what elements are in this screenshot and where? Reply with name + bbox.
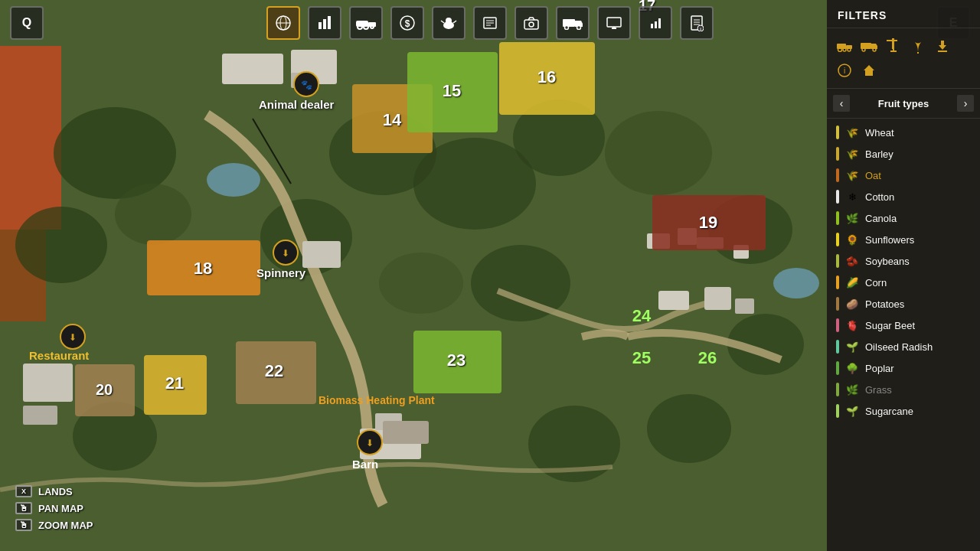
svg-rect-69 — [302, 241, 341, 268]
fruit-item-oilseed-radish[interactable]: 🌱Oilseed Radish — [827, 336, 980, 357]
fruit-item-sugarcane[interactable]: 🌱Sugarcane — [827, 400, 980, 422]
svg-rect-129 — [938, 51, 947, 52]
svg-marker-132 — [864, 65, 874, 76]
toolbar-center: $ — [264, 6, 716, 40]
fruit-type-next[interactable]: › — [957, 95, 974, 112]
svg-text:⬇: ⬇ — [282, 248, 289, 259]
toolbar-left: Q — [8, 6, 46, 40]
svg-text:Biomass Heating Plant: Biomass Heating Plant — [318, 394, 435, 406]
money-icon-btn[interactable]: $ — [390, 6, 424, 40]
svg-rect-40 — [0, 46, 61, 230]
svg-text:22: 22 — [265, 361, 283, 380]
fruit-item-barley[interactable]: 🌾Barley — [827, 143, 980, 165]
svg-rect-4 — [323, 19, 326, 29]
fruit-type-prev[interactable]: ‹ — [833, 95, 850, 112]
fruit-color-bar — [836, 233, 839, 246]
svg-text:21: 21 — [165, 373, 184, 393]
filters-icon-row: i — [827, 28, 980, 89]
fruit-item-oat[interactable]: 🌾Oat — [827, 165, 980, 186]
stats-icon-btn[interactable] — [308, 6, 341, 40]
camera-icon-btn[interactable] — [514, 6, 548, 40]
svg-text:Restaurant: Restaurant — [29, 349, 89, 362]
svg-text:19: 19 — [699, 213, 717, 232]
svg-rect-70 — [23, 364, 73, 402]
report-icon-btn[interactable]: i — [680, 6, 714, 40]
vehicle-icon-btn[interactable] — [349, 6, 383, 40]
fruit-name: Cotton — [865, 191, 894, 203]
fruit-item-potatoes[interactable]: 🥔Potatoes — [827, 293, 980, 315]
svg-rect-59 — [222, 54, 283, 84]
fruit-name: Oilseed Radish — [865, 341, 933, 353]
map-area[interactable]: 14 15 16 17 18 19 20 21 22 23 24 25 26 🐾… — [0, 0, 827, 551]
svg-text:⬇: ⬇ — [366, 438, 374, 448]
q-button[interactable]: Q — [10, 6, 44, 40]
filter-crane-icon[interactable] — [884, 36, 903, 56]
filter-home-icon[interactable] — [859, 60, 879, 80]
filter-tractor-icon[interactable] — [835, 36, 854, 56]
lands-key: X — [15, 485, 32, 497]
svg-rect-125 — [887, 40, 897, 41]
map-background: 14 15 16 17 18 19 20 21 22 23 24 25 26 🐾… — [0, 0, 827, 551]
svg-point-44 — [115, 184, 191, 245]
fruit-color-bar — [836, 276, 839, 289]
fruit-icon: 🌱 — [845, 340, 859, 354]
fruit-color-bar — [836, 318, 839, 332]
svg-rect-23 — [563, 19, 575, 27]
truck-icon-btn[interactable] — [556, 6, 590, 40]
fruit-color-bar — [836, 254, 839, 268]
svg-rect-5 — [328, 16, 331, 29]
fruit-color-bar — [836, 211, 839, 225]
svg-line-16 — [453, 21, 456, 23]
fruit-item-canola[interactable]: 🌿Canola — [827, 207, 980, 229]
map-icon-btn[interactable] — [266, 6, 300, 40]
fruit-icon: 🌻 — [845, 233, 859, 246]
fruit-item-sugar-beet[interactable]: 🫀Sugar Beet — [827, 315, 980, 336]
fruit-item-poplar[interactable]: 🌳Poplar — [827, 357, 980, 379]
fruit-color-bar — [836, 190, 839, 204]
svg-rect-68 — [735, 298, 754, 314]
fruit-item-corn[interactable]: 🌽Corn — [827, 272, 980, 293]
monitor-icon-btn[interactable] — [597, 6, 631, 40]
svg-text:i: i — [844, 67, 845, 75]
svg-point-57 — [207, 163, 260, 197]
filters-panel: FILTERS — [827, 0, 980, 551]
fruit-name: Wheat — [865, 127, 894, 139]
svg-text:24: 24 — [632, 306, 652, 325]
filters-header: FILTERS — [827, 0, 980, 28]
fruit-name: Grass — [865, 384, 892, 396]
legend-zoom: 🖱 ZOOM MAP — [15, 519, 93, 531]
svg-text:23: 23 — [447, 350, 466, 370]
fruit-item-cotton[interactable]: ❄Cotton — [827, 186, 980, 207]
animals-icon-btn[interactable] — [432, 6, 466, 40]
svg-rect-21 — [524, 20, 538, 29]
svg-point-119 — [848, 48, 851, 51]
filter-truck-icon[interactable] — [859, 36, 879, 56]
filter-download-icon[interactable] — [933, 36, 952, 56]
legend-pan: 🖱 PAN MAP — [15, 502, 93, 514]
fruit-color-bar — [836, 297, 839, 311]
svg-text:25: 25 — [632, 348, 651, 367]
svg-text:16: 16 — [537, 67, 556, 86]
fruit-item-sunflowers[interactable]: 🌻Sunflowers — [827, 229, 980, 250]
svg-rect-120 — [861, 43, 871, 49]
fruit-item-wheat[interactable]: 🌾Wheat — [827, 122, 980, 143]
svg-point-25 — [565, 26, 569, 30]
fruit-item-grass[interactable]: 🌿Grass — [827, 379, 980, 400]
signal-icon-btn[interactable] — [639, 6, 672, 40]
news-icon-btn[interactable] — [473, 6, 507, 40]
svg-text:Animal dealer: Animal dealer — [259, 98, 335, 111]
svg-point-117 — [843, 48, 846, 51]
svg-rect-32 — [658, 18, 661, 28]
svg-text:$: $ — [405, 18, 410, 29]
fruit-icon: 🌿 — [845, 383, 859, 396]
fruit-color-bar — [836, 126, 839, 139]
fruit-type-nav: ‹ Fruit types › — [827, 89, 980, 119]
fruit-name: Potatoes — [865, 298, 904, 310]
fruit-icon: 🌾 — [845, 147, 859, 161]
svg-rect-31 — [655, 21, 657, 28]
fruit-item-soybeans[interactable]: 🫘Soybeans — [827, 250, 980, 272]
fruit-name: Poplar — [865, 363, 894, 374]
filter-plant-icon[interactable] — [908, 36, 928, 56]
svg-rect-67 — [704, 287, 731, 310]
filter-info-icon[interactable]: i — [835, 60, 854, 80]
